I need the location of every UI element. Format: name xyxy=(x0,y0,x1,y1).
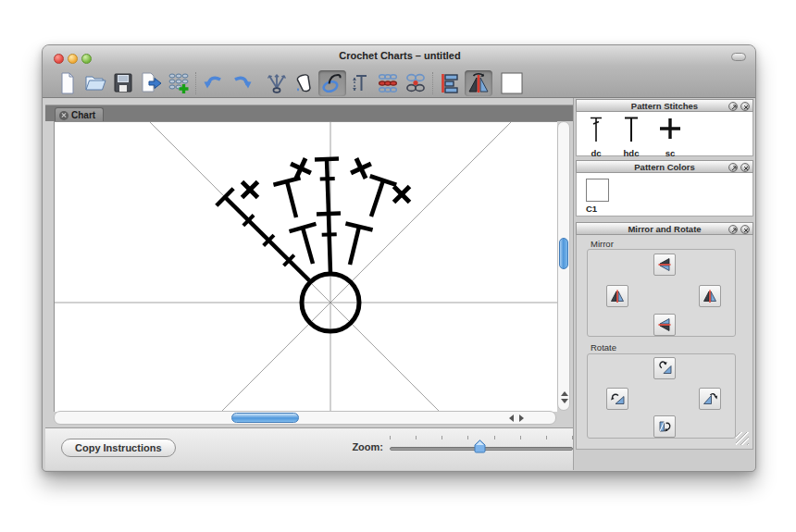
pattern-stitches-header[interactable]: Pattern Stitches xyxy=(576,99,753,112)
toolbar-toggle-button[interactable] xyxy=(731,53,746,61)
mirror-left-button[interactable] xyxy=(606,285,628,307)
resize-grip[interactable] xyxy=(736,432,749,445)
zoom-label: Zoom: xyxy=(318,441,383,452)
mirror-group-label: Mirror xyxy=(591,239,614,249)
status-bar: Copy Instructions Zoom: xyxy=(45,427,573,470)
rounds-icon xyxy=(404,71,428,95)
save-file-button[interactable] xyxy=(109,70,137,96)
mirror-rotate-tool-button[interactable] xyxy=(465,70,492,96)
mirror-up-icon xyxy=(657,257,672,272)
horizontal-scrollbar[interactable] xyxy=(54,411,556,425)
crochet-hook-tool-button[interactable] xyxy=(318,70,346,96)
stitch-position-button[interactable] xyxy=(346,70,374,96)
paint-bucket-icon xyxy=(292,71,317,95)
stitch-label: hdc xyxy=(621,148,641,158)
tab-chart[interactable]: Chart xyxy=(55,107,104,122)
rotate-left-icon xyxy=(610,391,625,406)
close-panel-icon[interactable] xyxy=(740,163,750,172)
mirror-tool-icon xyxy=(466,71,491,95)
mirror-rotate-header[interactable]: Mirror and Rotate xyxy=(576,222,753,235)
chart-tab-bar: Chart xyxy=(45,105,573,121)
vertical-scrollbar-arrows[interactable] xyxy=(560,390,569,407)
mirror-right-icon xyxy=(703,289,717,303)
align-left-icon xyxy=(439,71,463,95)
pattern-colors-title: Pattern Colors xyxy=(577,161,752,173)
pattern-colors-panel: C1 xyxy=(576,173,753,217)
rotate-180-button[interactable] xyxy=(653,415,676,438)
scroll-up-icon[interactable] xyxy=(561,391,568,396)
rotate-right-icon xyxy=(703,391,717,406)
stitch-symbol-sc xyxy=(658,116,682,143)
toolbar-separator xyxy=(432,72,434,94)
horizontal-scrollbar-thumb[interactable] xyxy=(231,413,299,423)
mirror-right-button[interactable] xyxy=(699,285,721,307)
chart-tab-label: Chart xyxy=(71,110,95,120)
redo-button[interactable] xyxy=(228,70,255,96)
save-floppy-icon xyxy=(111,71,135,95)
vertical-scrollbar-thumb[interactable] xyxy=(559,238,568,269)
float-panel-icon[interactable] xyxy=(728,102,738,111)
scroll-right-icon[interactable] xyxy=(519,414,524,422)
close-chart-tab-icon[interactable] xyxy=(59,111,68,120)
open-file-button[interactable] xyxy=(81,70,109,96)
chart-canvas[interactable] xyxy=(54,121,557,412)
stitch-item-hdc[interactable]: hdc xyxy=(621,116,641,158)
undo-icon xyxy=(202,71,226,95)
close-panel-icon[interactable] xyxy=(740,102,750,111)
pattern-colors-header[interactable]: Pattern Colors xyxy=(576,160,753,173)
redo-icon xyxy=(230,71,254,95)
float-panel-icon[interactable] xyxy=(728,225,738,234)
rotate-right-button[interactable] xyxy=(699,388,721,410)
scroll-left-icon[interactable] xyxy=(509,414,514,422)
stitch-item-dc[interactable]: dc xyxy=(586,116,606,158)
increase-stitches-button[interactable] xyxy=(263,70,291,96)
pattern-stitches-panel: dc hdc sc xyxy=(576,112,753,156)
rotate-group-label: Rotate xyxy=(591,342,616,353)
screenshot: { "window": { "title": "Crochet Charts –… xyxy=(0,0,796,532)
current-color-swatch-button[interactable] xyxy=(498,70,526,96)
stitch-rows-button[interactable] xyxy=(374,70,402,96)
vertical-scrollbar[interactable] xyxy=(557,121,570,411)
undo-button[interactable] xyxy=(200,70,228,96)
stitch-rounds-button[interactable] xyxy=(402,70,429,96)
crochet-hook-icon xyxy=(320,71,344,95)
open-folder-icon xyxy=(83,71,107,95)
rotate-left-button[interactable] xyxy=(606,388,628,410)
mirror-down-button[interactable] xyxy=(653,314,676,336)
chart-svg xyxy=(55,122,557,412)
stitch-item-sc[interactable]: sc xyxy=(658,116,682,158)
app-window: Crochet Charts – untitled xyxy=(42,44,756,472)
sidebar: Pattern Stitches dc hdc sc Pattern Color… xyxy=(573,98,754,470)
export-file-button[interactable] xyxy=(137,70,165,96)
toolbar-separator xyxy=(195,72,197,94)
scroll-down-icon[interactable] xyxy=(561,399,568,403)
stitch-symbol-dc xyxy=(586,116,606,143)
zoom-slider-thumb[interactable] xyxy=(474,439,486,453)
mirror-rotate-title: Mirror and Rotate xyxy=(577,223,752,235)
fill-color-button[interactable] xyxy=(291,70,318,96)
stitch-position-icon xyxy=(348,71,372,95)
zoom-slider[interactable] xyxy=(390,436,573,460)
horizontal-scrollbar-arrows[interactable] xyxy=(509,414,531,422)
color-swatch-c1[interactable] xyxy=(586,179,609,202)
mirror-rotate-panel: Mirror Rotate xyxy=(576,235,753,450)
rotate-90-button[interactable] xyxy=(653,357,676,379)
mirror-down-icon xyxy=(657,317,672,332)
export-icon xyxy=(139,71,163,95)
color-swatch-icon xyxy=(500,71,524,95)
copy-instructions-button[interactable]: Copy Instructions xyxy=(61,439,176,457)
new-document-button[interactable] xyxy=(54,70,81,96)
add-chart-button[interactable] xyxy=(165,70,193,96)
mirror-up-button[interactable] xyxy=(653,254,676,276)
float-panel-icon[interactable] xyxy=(728,163,738,172)
toolbar xyxy=(43,68,756,98)
stitch-symbol-hdc xyxy=(621,116,641,143)
color-swatch-label: C1 xyxy=(586,204,597,214)
pattern-stitches-title: Pattern Stitches xyxy=(577,100,752,112)
title-bar[interactable]: Crochet Charts – untitled xyxy=(43,45,756,68)
close-panel-icon[interactable] xyxy=(740,225,750,234)
mirror-left-icon xyxy=(610,289,625,303)
stitch-label: sc xyxy=(658,148,682,158)
align-tool-button[interactable] xyxy=(437,70,465,96)
rotate-90-icon xyxy=(657,361,672,376)
